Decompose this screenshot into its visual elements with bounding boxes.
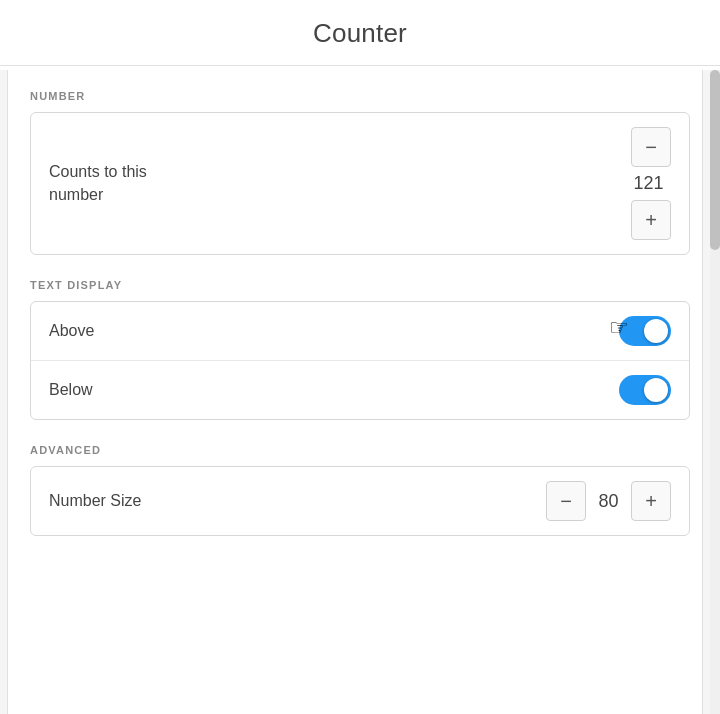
number-size-plus-button[interactable]: + — [631, 481, 671, 521]
number-size-label: Number Size — [49, 492, 546, 510]
number-control: − 121 + — [626, 127, 671, 240]
right-edge-band — [702, 70, 710, 714]
panel-content: NUMBER Counts to this number − 121 + — [0, 66, 720, 710]
below-label: Below — [49, 381, 619, 399]
number-value-minus-row: − — [631, 127, 671, 167]
number-plus-button[interactable]: + — [631, 200, 671, 240]
number-minus-button[interactable]: − — [631, 127, 671, 167]
number-size-stepper: − 80 + — [546, 481, 671, 521]
above-label: Above — [49, 322, 619, 340]
number-row: Counts to this number − 121 + — [31, 113, 689, 254]
above-toggle-thumb — [644, 319, 668, 343]
number-value-plus-row: + — [631, 200, 671, 240]
above-row: Above ☞ — [31, 302, 689, 360]
scrollbar-thumb[interactable] — [710, 70, 720, 250]
left-edge-band — [0, 70, 8, 714]
number-size-value: 80 — [586, 491, 631, 512]
section-label-advanced: ADVANCED — [30, 444, 690, 456]
number-card: Counts to this number − 121 + — [30, 112, 690, 255]
below-toggle-thumb — [644, 378, 668, 402]
scrollbar-track[interactable] — [710, 70, 720, 714]
number-size-minus-button[interactable]: − — [546, 481, 586, 521]
advanced-card: Number Size − 80 + — [30, 466, 690, 536]
panel: Counter NUMBER Counts to this number − 1… — [0, 0, 720, 714]
number-value-display: 121 — [626, 173, 671, 194]
section-text-display: TEXT DISPLAY Above ☞ Below — [30, 279, 690, 420]
number-row-label: Counts to this number — [49, 161, 626, 206]
section-label-text-display: TEXT DISPLAY — [30, 279, 690, 291]
section-number: NUMBER Counts to this number − 121 + — [30, 90, 690, 255]
below-row: Below — [31, 360, 689, 419]
below-toggle[interactable] — [619, 375, 671, 405]
section-label-number: NUMBER — [30, 90, 690, 102]
advanced-row: Number Size − 80 + — [31, 467, 689, 535]
text-display-card: Above ☞ Below — [30, 301, 690, 420]
panel-header: Counter — [0, 0, 720, 66]
above-toggle[interactable] — [619, 316, 671, 346]
section-advanced: ADVANCED Number Size − 80 + — [30, 444, 690, 536]
panel-title: Counter — [313, 18, 407, 49]
